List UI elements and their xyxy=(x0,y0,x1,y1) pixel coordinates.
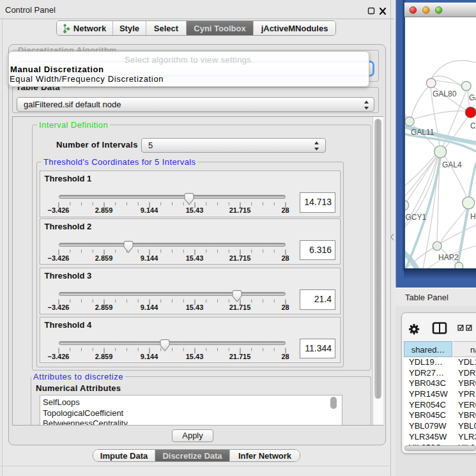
svg-text:C: C xyxy=(470,121,476,130)
svg-text:GAL4: GAL4 xyxy=(442,160,462,169)
svg-text:GCY1: GCY1 xyxy=(406,213,427,222)
svg-text:GA: GA xyxy=(469,93,476,102)
svg-text:HAP2: HAP2 xyxy=(438,253,459,262)
svg-text:H: H xyxy=(470,212,476,221)
svg-text:GAL80: GAL80 xyxy=(433,89,457,98)
svg-text:GAL11: GAL11 xyxy=(411,128,434,137)
